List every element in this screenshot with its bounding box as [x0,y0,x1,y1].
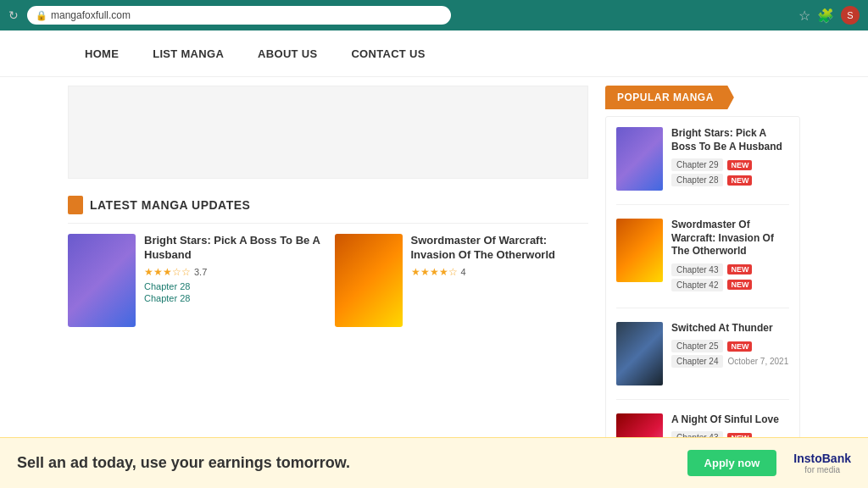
instobank-logo: InstoBank for media [793,452,851,474]
chapter-tag[interactable]: Chapter 42 [671,279,723,291]
rating-number: 4 [461,267,466,277]
chapter-row: Chapter 24 October 7, 2021 [671,355,789,368]
manga-title: A Night Of Sinful Love [671,413,789,427]
rating-row: ★★★☆☆ 3.7 [144,266,322,278]
instobank-sub: for media [804,465,840,474]
popular-item: Switched At Thunder Chapter 25 NEW Chapt… [616,322,789,400]
main-content: LATEST MANGA UPDATES Bright Stars: Pick … [0,86,868,488]
right-section: POPULAR MANGA Bright Stars: Pick A Boss … [605,86,800,488]
reload-icon[interactable]: ↻ [8,8,19,22]
stars: ★★★☆☆ [144,266,191,278]
chapter-row: Chapter 29 NEW [671,158,789,171]
card-title: Bright Stars: Pick A Boss To Be A Husban… [144,234,322,263]
manga-info: Bright Stars: Pick A Boss To Be A Husban… [671,127,789,191]
card-thumbnail[interactable] [68,234,136,327]
popular-item: Bright Stars: Pick A Boss To Be A Husban… [616,127,789,205]
latest-updates-title: LATEST MANGA UPDATES [90,198,250,212]
card-title: Swordmaster Of Warcraft: Invasion Of The… [411,234,589,263]
nav-about-us[interactable]: ABOUT US [241,30,334,77]
browser-chrome: ↻ 🔒 mangafoxfull.com ☆ 🧩 S [0,0,868,30]
popular-manga-header: POPULAR MANGA [605,86,734,109]
popular-item: Swordmaster Of Warcraft: Invasion Of The… [616,219,789,308]
chapter-link[interactable]: Chapter 28 [144,293,322,303]
new-badge: NEW [727,280,752,290]
popular-section: Bright Stars: Pick A Boss To Be A Husban… [605,116,800,488]
chapter-row: Chapter 43 NEW [671,263,789,276]
ad-text: Sell an ad today, use your earnings tomo… [17,454,670,472]
section-icon [68,196,83,214]
browser-actions: ☆ 🧩 S [798,6,860,25]
manga-cards: Bright Stars: Pick A Boss To Be A Husban… [68,234,588,327]
chapter-tag[interactable]: Chapter 25 [671,340,723,352]
url-text: mangafoxfull.com [51,9,131,21]
nav-links: HOME LIST MANGA ABOUT US CONTACT US [68,30,442,77]
chapter-row: Chapter 25 NEW [671,340,789,352]
manga-title: Bright Stars: Pick A Boss To Be A Husban… [671,127,789,153]
address-bar[interactable]: 🔒 mangafoxfull.com [27,6,451,25]
manga-title: Switched At Thunder [671,322,789,336]
stars: ★★★★☆ [411,266,458,278]
manga-thumbnail[interactable] [616,219,663,282]
chapter-tag[interactable]: Chapter 28 [671,174,723,186]
manga-info: Swordmaster Of Warcraft: Invasion Of The… [671,219,789,294]
rating-row: ★★★★☆ 4 [411,266,589,278]
new-badge: NEW [727,160,752,170]
manga-thumbnail[interactable] [616,127,663,191]
manga-thumbnail[interactable] [616,322,663,385]
chapter-tag[interactable]: Chapter 43 [671,263,723,276]
manga-card: Bright Stars: Pick A Boss To Be A Husban… [68,234,322,327]
card-info: Bright Stars: Pick A Boss To Be A Husban… [144,234,322,327]
chapter-tag[interactable]: Chapter 29 [671,158,723,171]
apply-now-button[interactable]: Apply now [687,450,777,476]
nav-contact-us[interactable]: CONTACT US [334,30,442,77]
bottom-ad-banner: Sell an ad today, use your earnings tomo… [0,437,868,488]
chapter-date: October 7, 2021 [727,357,788,366]
top-ad-placeholder [68,86,588,179]
lock-icon: 🔒 [36,10,47,21]
latest-updates-header: LATEST MANGA UPDATES [68,196,588,224]
manga-card: Swordmaster Of Warcraft: Invasion Of The… [335,234,589,327]
user-avatar[interactable]: S [841,6,860,25]
manga-info: Switched At Thunder Chapter 25 NEW Chapt… [671,322,789,385]
new-badge: NEW [727,341,752,352]
rating-number: 3.7 [194,267,207,277]
navigation-bar: HOME LIST MANGA ABOUT US CONTACT US [0,30,868,77]
new-badge: NEW [727,175,752,186]
left-section: LATEST MANGA UPDATES Bright Stars: Pick … [68,86,588,488]
new-badge: NEW [727,264,752,274]
nav-list-manga[interactable]: LIST MANGA [136,30,241,77]
bookmark-icon[interactable]: ☆ [798,8,810,24]
extensions-icon[interactable]: 🧩 [817,8,834,24]
chapter-row: Chapter 42 NEW [671,279,789,291]
card-thumbnail[interactable] [335,234,403,327]
card-info: Swordmaster Of Warcraft: Invasion Of The… [411,234,589,327]
chapter-tag[interactable]: Chapter 24 [671,355,723,368]
nav-home[interactable]: HOME [68,30,136,77]
chapter-link[interactable]: Chapter 28 [144,281,322,291]
instobank-name: InstoBank [793,452,851,465]
manga-title: Swordmaster Of Warcraft: Invasion Of The… [671,219,789,258]
chapter-row: Chapter 28 NEW [671,174,789,186]
